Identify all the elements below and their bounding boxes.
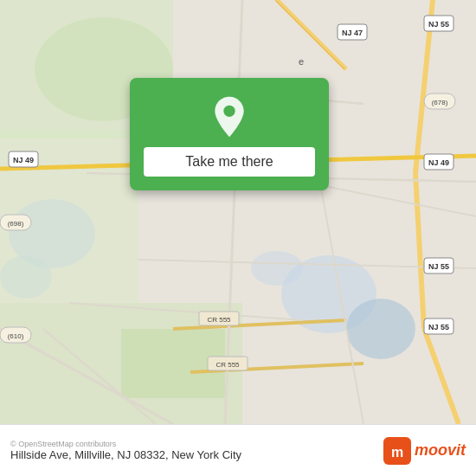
nj47-label: NJ 47 — [342, 29, 363, 37]
cr555a-label: CR 555 — [207, 316, 231, 324]
r610-label: (610) — [8, 332, 24, 340]
r698-label: (698) — [8, 220, 24, 228]
nj55-mid-label: NJ 55 — [428, 262, 449, 271]
moovit-logo-icon: m — [383, 437, 411, 465]
moovit-logo: m moovit — [383, 437, 466, 465]
nj55-bot-label: NJ 55 — [428, 323, 449, 331]
address-text: Hillside Ave, Millville, NJ 08332, New Y… — [10, 448, 241, 461]
map-container: NJ 47 NJ 55 NJ 49 (698) (678) NJ 49 (610… — [0, 0, 476, 424]
town-label: e — [299, 56, 304, 67]
bottom-bar: © OpenStreetMap contributors Hillside Av… — [0, 424, 476, 476]
nj55-top-label: NJ 55 — [428, 20, 449, 29]
nj49-label: NJ 49 — [13, 156, 34, 164]
svg-point-5 — [251, 251, 303, 286]
nj49-right-label: NJ 49 — [428, 158, 449, 167]
cr555b-label: CR 555 — [215, 361, 240, 369]
osm-attribution: © OpenStreetMap contributors — [10, 440, 241, 448]
svg-text:m: m — [391, 445, 403, 460]
svg-point-4 — [346, 299, 415, 359]
popup-overlay: Take me there — [130, 78, 329, 190]
bottom-left: © OpenStreetMap contributors Hillside Av… — [10, 440, 241, 461]
take-me-there-button[interactable]: Take me there — [144, 147, 315, 177]
location-pin-icon — [208, 95, 251, 138]
moovit-text: moovit — [415, 441, 466, 460]
svg-point-39 — [223, 106, 235, 117]
r678-label: (678) — [432, 99, 448, 106]
